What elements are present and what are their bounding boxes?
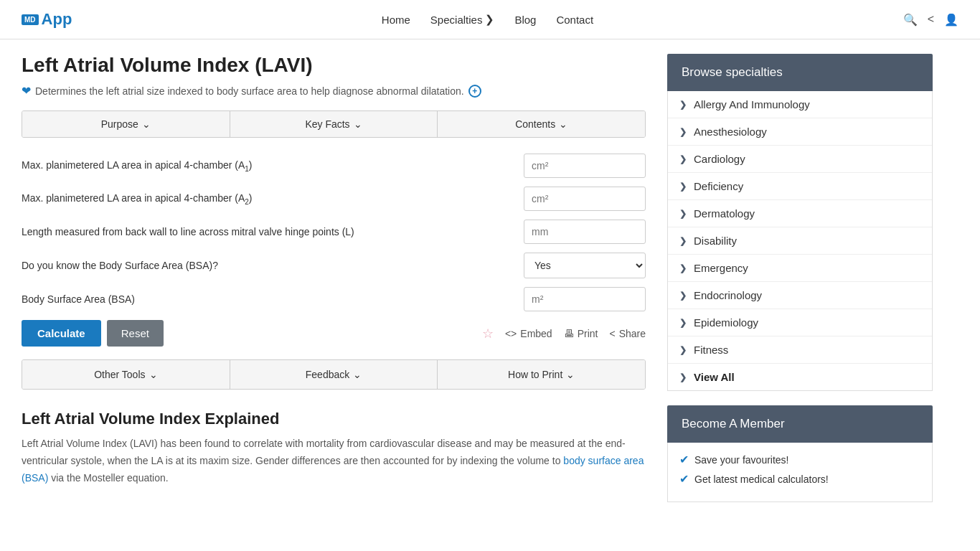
field-a2-label: Max. planimetered LA area in apical 4-ch… [22, 192, 509, 206]
field-a1-input[interactable] [524, 154, 646, 178]
chevron-right-icon: ❯ [679, 345, 687, 355]
star-button[interactable]: ☆ [482, 326, 494, 342]
specialty-deficiency[interactable]: ❯ Deficiency [668, 173, 932, 200]
tab-key-facts[interactable]: Key Facts ⌄ [230, 111, 438, 137]
field-bsa-known-row: Do you know the Body Surface Area (BSA)?… [22, 253, 646, 278]
member-header: Become A Member [667, 405, 933, 443]
heart-icon: ❤ [22, 84, 31, 98]
action-icons: ☆ <> Embed 🖶 Print < Share [482, 326, 646, 342]
specialty-anesthesiology[interactable]: ❯ Anesthesiology [668, 118, 932, 146]
user-icon[interactable]: 👤 [944, 13, 958, 27]
specialty-emergency[interactable]: ❯ Emergency [668, 255, 932, 282]
nav-specialties[interactable]: Specialties ❯ [430, 13, 495, 26]
field-bsa-label: Body Surface Area (BSA) [22, 293, 509, 305]
tab-other-tools[interactable]: Other Tools ⌄ [22, 360, 230, 389]
logo-icon: MD [22, 14, 39, 25]
tab-bar: Purpose ⌄ Key Facts ⌄ Contents ⌄ [22, 110, 646, 138]
field-a2-input[interactable] [524, 187, 646, 211]
specialties-list: ❯ Allergy And Immunology ❯ Anesthesiolog… [667, 91, 933, 391]
chevron-down-icon: ⌄ [142, 118, 151, 130]
expand-icon[interactable]: + [468, 85, 481, 98]
chevron-right-icon: ❯ [679, 372, 687, 382]
share-button[interactable]: < Share [609, 328, 646, 339]
member-feature-2: ✔ Get latest medical calculators! [679, 472, 920, 486]
chevron-right-icon: ❯ [679, 100, 687, 110]
field-bsa-known-label: Do you know the Body Surface Area (BSA)? [22, 260, 509, 271]
main-content: Left Atrial Volume Index (LAVI) ❤ Determ… [22, 54, 646, 517]
browse-specialties-section: Browse specialties ❯ Allergy And Immunol… [667, 54, 933, 391]
chevron-down-icon: ❯ [485, 13, 494, 26]
specialty-disability[interactable]: ❯ Disability [668, 227, 932, 255]
member-body: ✔ Save your favourites! ✔ Get latest med… [667, 443, 933, 502]
print-button[interactable]: 🖶 Print [564, 328, 598, 339]
field-l-label: Length measured from back wall to line a… [22, 226, 509, 237]
field-a1-label: Max. planimetered LA area in apical 4-ch… [22, 159, 509, 173]
bsa-link[interactable]: body surface area (BSA) [22, 455, 644, 484]
chevron-right-icon: ❯ [679, 209, 687, 219]
share-icon[interactable]: < [928, 13, 934, 26]
chevron-right-icon: ❯ [679, 154, 687, 164]
explained-text: Left Atrial Volume Index (LAVI) has been… [22, 435, 646, 486]
specialty-endocrinology[interactable]: ❯ Endocrinology [668, 282, 932, 309]
field-bsa-known-select[interactable]: Yes No [524, 253, 646, 278]
action-row: Calculate Reset ☆ <> Embed 🖶 Print < Sha… [22, 320, 646, 347]
share-icon: < [609, 328, 615, 339]
header: MD App Home Specialties ❯ Blog Contact 🔍… [0, 0, 980, 39]
logo-text: App [42, 10, 72, 29]
sidebar: Browse specialties ❯ Allergy And Immunol… [667, 54, 933, 517]
checkmark-icon: ✔ [679, 453, 689, 466]
page-subtitle: ❤ Determines the left atrial size indexe… [22, 84, 646, 98]
logo[interactable]: MD App [22, 10, 72, 29]
field-l-input[interactable] [524, 220, 646, 244]
checkmark-icon: ✔ [679, 472, 689, 486]
print-icon: 🖶 [564, 328, 574, 339]
chevron-right-icon: ❯ [679, 263, 687, 273]
reset-button[interactable]: Reset [107, 320, 164, 347]
header-icons: 🔍 < 👤 [903, 13, 958, 27]
browse-specialties-header: Browse specialties [667, 54, 933, 91]
specialty-allergy[interactable]: ❯ Allergy And Immunology [668, 91, 932, 118]
star-icon: ☆ [482, 326, 494, 342]
chevron-down-icon: ⌄ [559, 118, 567, 130]
bottom-tab-bar: Other Tools ⌄ Feedback ⌄ How to Print ⌄ [22, 359, 646, 390]
page-title: Left Atrial Volume Index (LAVI) [22, 54, 646, 77]
chevron-right-icon: ❯ [679, 127, 687, 137]
nav-blog[interactable]: Blog [514, 14, 536, 26]
specialty-fitness[interactable]: ❯ Fitness [668, 336, 932, 364]
specialty-view-all[interactable]: ❯ View All [668, 364, 932, 390]
chevron-down-icon: ⌄ [566, 369, 575, 380]
tab-how-to-print[interactable]: How to Print ⌄ [438, 360, 645, 389]
field-a2-row: Max. planimetered LA area in apical 4-ch… [22, 187, 646, 211]
chevron-right-icon: ❯ [679, 291, 687, 301]
calculate-button[interactable]: Calculate [22, 320, 101, 347]
page-wrapper: Left Atrial Volume Index (LAVI) ❤ Determ… [0, 39, 980, 531]
field-l-row: Length measured from back wall to line a… [22, 220, 646, 244]
field-bsa-input[interactable] [524, 287, 646, 311]
tab-contents[interactable]: Contents ⌄ [438, 111, 645, 137]
embed-button[interactable]: <> Embed [505, 328, 552, 339]
member-feature-1: ✔ Save your favourites! [679, 453, 920, 466]
chevron-right-icon: ❯ [679, 318, 687, 328]
field-bsa-row: Body Surface Area (BSA) [22, 287, 646, 311]
tab-feedback[interactable]: Feedback ⌄ [230, 360, 438, 389]
specialty-dermatology[interactable]: ❯ Dermatology [668, 200, 932, 227]
specialty-epidemiology[interactable]: ❯ Epidemiology [668, 309, 932, 336]
explained-title: Left Atrial Volume Index Explained [22, 410, 646, 428]
calc-reset-group: Calculate Reset [22, 320, 164, 347]
field-a1-row: Max. planimetered LA area in apical 4-ch… [22, 154, 646, 178]
chevron-down-icon: ⌄ [149, 369, 158, 380]
chevron-down-icon: ⌄ [353, 369, 362, 380]
chevron-down-icon: ⌄ [354, 118, 362, 130]
nav-home[interactable]: Home [382, 14, 410, 26]
member-section: Become A Member ✔ Save your favourites! … [667, 405, 933, 502]
nav-contact[interactable]: Contact [556, 14, 593, 26]
tab-purpose[interactable]: Purpose ⌄ [22, 111, 230, 137]
main-nav: Home Specialties ❯ Blog Contact [382, 13, 593, 26]
chevron-right-icon: ❯ [679, 236, 687, 246]
calculator-form: Max. planimetered LA area in apical 4-ch… [22, 154, 646, 311]
specialty-cardiology[interactable]: ❯ Cardiology [668, 146, 932, 173]
embed-icon: <> [505, 328, 517, 339]
chevron-right-icon: ❯ [679, 182, 687, 192]
search-icon[interactable]: 🔍 [903, 13, 918, 27]
